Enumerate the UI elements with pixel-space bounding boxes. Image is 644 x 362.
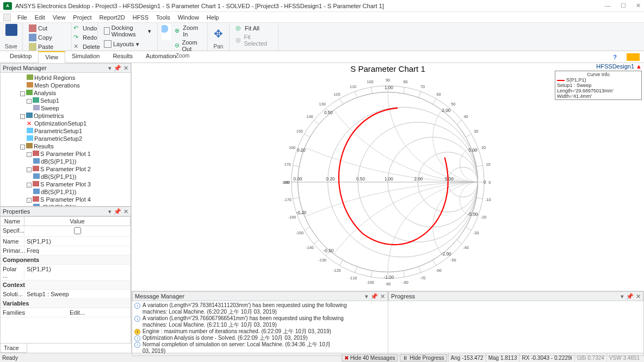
collapse-icon[interactable]: - — [27, 152, 32, 157]
fit-selected-button[interactable]: ◎Fit Selected — [234, 33, 274, 47]
svg-line-60 — [355, 91, 357, 97]
menu-view[interactable]: View — [49, 13, 69, 22]
dropdown-icon[interactable]: ▾ — [108, 208, 112, 215]
svg-text:40: 40 — [463, 114, 468, 119]
project-tree[interactable]: Hybrid Regions Mesh Operations -Analysis… — [0, 73, 131, 207]
svg-line-66 — [314, 120, 319, 124]
maximize-icon[interactable]: ☐ — [621, 2, 626, 9]
save-icon[interactable] — [5, 24, 17, 36]
copy-button[interactable]: Copy — [27, 33, 54, 42]
redo-button[interactable]: ↷Redo — [72, 33, 98, 42]
col-name: Name — [1, 217, 24, 226]
svg-line-4 — [293, 198, 299, 199]
undo-button[interactable]: ↶Undo — [72, 24, 98, 33]
close-icon[interactable]: ✕ — [636, 2, 641, 9]
menu-project[interactable]: Project — [70, 13, 95, 22]
trace-icon — [33, 158, 40, 164]
svg-text:0.20: 0.20 — [297, 148, 306, 153]
properties-grid[interactable]: NameValue Specif... NameS(P1,P1) Primar.… — [0, 216, 131, 344]
app-logo: A — [3, 2, 12, 10]
plot-icon — [33, 166, 39, 171]
menu-window[interactable]: Window — [175, 13, 202, 22]
pan-icon[interactable]: ✥ — [214, 27, 223, 40]
tab-view[interactable]: View — [38, 51, 65, 63]
close-panel-icon[interactable]: ✕ — [123, 65, 128, 72]
menu-edit[interactable]: Edit — [32, 13, 48, 22]
collapse-icon[interactable]: - — [27, 99, 32, 104]
redo-icon: ↷ — [73, 34, 81, 41]
optimetrics-icon — [26, 113, 33, 118]
dropdown-icon[interactable]: ▾ — [621, 293, 624, 300]
svg-text:0: 0 — [488, 180, 491, 185]
pin-icon[interactable]: 📌 — [626, 293, 634, 300]
help-icon[interactable]: ? — [606, 52, 623, 62]
menu-file[interactable]: File — [14, 13, 30, 22]
paste-button[interactable]: Paste — [27, 42, 55, 51]
menu-tools[interactable]: Tools — [153, 13, 174, 22]
svg-line-22 — [404, 271, 405, 277]
pin-icon[interactable]: 📌 — [114, 208, 121, 215]
svg-line-16 — [355, 266, 357, 272]
tab-results[interactable]: Results — [106, 51, 139, 63]
fit-selected-icon: ◎ — [236, 36, 242, 44]
layout-icon — [104, 40, 112, 48]
smith-chart: -180-170-160-150-140-130-120-110-100-90-… — [279, 73, 497, 291]
tab-simulation[interactable]: Simulation — [65, 51, 106, 63]
plot-icon — [33, 196, 39, 202]
collapse-icon[interactable]: - — [20, 91, 25, 96]
minimize-icon[interactable]: — — [605, 2, 611, 9]
close-panel-icon[interactable]: ✕ — [636, 293, 641, 300]
app-icon-small — [3, 14, 11, 21]
close-panel-icon[interactable]: ✕ — [380, 293, 385, 300]
menu-hfss[interactable]: HFSS — [129, 13, 152, 22]
pin-icon[interactable]: 📌 — [370, 293, 378, 300]
collapse-icon[interactable]: - — [27, 167, 32, 172]
collapse-icon[interactable]: - — [27, 183, 32, 188]
trace-tab[interactable]: Trace — [0, 344, 27, 353]
docking-button[interactable]: Docking Windows▾ — [102, 24, 153, 38]
close-panel-icon[interactable]: ✕ — [123, 208, 128, 215]
cut-button[interactable]: Cut — [27, 24, 49, 33]
hide-progress-button[interactable]: ⏸ Hide Progress — [400, 354, 447, 361]
ribbon: Save Cut Copy Paste ↶Undo ↷Redo ✕Delete … — [0, 23, 644, 51]
chart-area[interactable]: HFSSDesign1 ▲ Curve Info S(P1,P1) Setup1… — [132, 63, 644, 291]
fit-all-button[interactable]: ◎Fit All — [234, 24, 261, 33]
layouts-button[interactable]: Layouts▾ — [102, 40, 141, 48]
svg-line-24 — [419, 266, 421, 272]
tab-desktop[interactable]: Desktop — [3, 51, 38, 63]
sweep-icon — [33, 105, 40, 110]
specify-checkbox[interactable] — [74, 227, 81, 234]
tab-automation[interactable]: Automation — [139, 51, 183, 63]
title-text: ANSYS Electronics Desktop - Project3 - H… — [15, 3, 384, 9]
hide-messages-button[interactable]: ✖ Hide 40 Messages — [342, 354, 398, 361]
pin-icon[interactable]: 📌 — [114, 65, 121, 72]
svg-text:1.00: 1.00 — [385, 85, 393, 90]
menu-report2d[interactable]: Report2D — [96, 13, 128, 22]
title-bar: A ANSYS Electronics Desktop - Project3 -… — [0, 0, 644, 12]
menu-help[interactable]: Help — [203, 13, 222, 22]
svg-text:-0.20: -0.20 — [296, 210, 307, 215]
zoom-icon[interactable] — [162, 24, 171, 40]
svg-line-30 — [457, 240, 462, 244]
message-list[interactable]: iA variation (Length='29.7838143111203mm… — [132, 301, 388, 355]
svg-line-50 — [433, 98, 436, 104]
svg-text:-50: -50 — [450, 258, 456, 263]
svg-text:-10: -10 — [485, 197, 491, 202]
collapse-icon[interactable]: - — [20, 145, 25, 149]
mesh-icon — [27, 82, 33, 88]
col-value: Value — [24, 217, 131, 226]
dropdown-icon[interactable]: ▾ — [108, 65, 112, 72]
warning-icon: ▲ — [636, 63, 642, 70]
svg-point-89 — [433, 92, 497, 182]
warning-icon: ! — [134, 329, 140, 335]
collapse-icon[interactable]: - — [27, 198, 32, 203]
cut-icon — [29, 24, 36, 32]
svg-text:-1.00: -1.00 — [383, 275, 394, 280]
zoom-in-button[interactable]: ⊕Zoom In — [173, 24, 203, 38]
svg-text:-110: -110 — [349, 276, 357, 280]
svg-text:-130: -130 — [318, 258, 326, 263]
dropdown-icon[interactable]: ▾ — [365, 293, 368, 300]
edit-families-button[interactable]: Edit... — [24, 308, 131, 317]
delete-button[interactable]: ✕Delete — [72, 42, 102, 51]
collapse-icon[interactable]: - — [20, 114, 25, 119]
